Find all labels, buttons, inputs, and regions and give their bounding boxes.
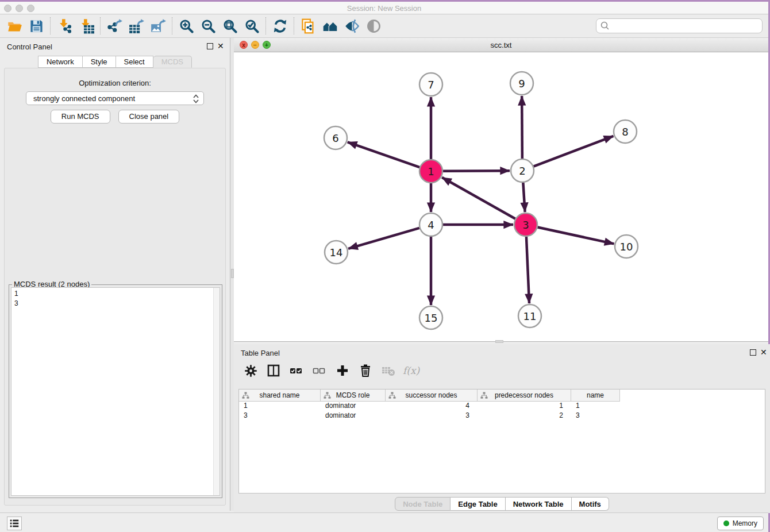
select-all-icon — [290, 364, 303, 380]
search-box[interactable] — [596, 18, 763, 33]
result-scrollbar[interactable] — [213, 288, 220, 495]
column-header-MCDS-role[interactable]: MCDS role — [321, 390, 386, 402]
table-cell[interactable]: 1 — [239, 402, 321, 411]
close-table-panel-icon[interactable]: ✕ — [760, 348, 767, 356]
delete-column-button[interactable] — [356, 362, 375, 381]
column-header-shared-name[interactable]: shared name — [239, 390, 321, 402]
table-cell[interactable]: dominator — [321, 402, 386, 411]
memory-button[interactable]: Memory — [717, 516, 764, 530]
graph-node-11[interactable]: 11 — [518, 304, 541, 327]
column-header-name[interactable]: name — [571, 390, 620, 402]
open-folder-button[interactable] — [3, 16, 25, 36]
table-cell[interactable]: 3 — [571, 411, 620, 421]
zoom-in-button[interactable] — [175, 16, 197, 36]
graph-edge-2-8[interactable] — [534, 136, 614, 167]
duplicate-network-button[interactable] — [297, 16, 319, 36]
table-settings-button[interactable] — [241, 362, 260, 381]
tab-style[interactable]: Style — [83, 56, 116, 68]
export-table-button[interactable] — [125, 16, 147, 36]
table-cell[interactable]: 1 — [571, 402, 620, 411]
table-panel-header: Table Panel ✕ — [234, 344, 770, 360]
zoom-out-button[interactable] — [197, 16, 219, 36]
add-column-button[interactable] — [333, 362, 352, 381]
graph-edge-2-3[interactable] — [523, 183, 525, 212]
svg-text:9: 9 — [518, 78, 525, 90]
node-table: shared nameMCDS rolesuccessor nodesprede… — [238, 389, 765, 494]
table-cell[interactable]: 3 — [386, 411, 478, 421]
toggle-bird-eye-button[interactable] — [363, 16, 384, 36]
delete-table-button[interactable] — [379, 362, 398, 381]
network-canvas[interactable]: 7968124314101511 — [234, 52, 768, 342]
import-table-button[interactable] — [75, 16, 97, 36]
apply-function-button[interactable]: f(x) — [402, 362, 421, 381]
graph-edge-3-11[interactable] — [526, 237, 529, 303]
save-session-button[interactable] — [25, 16, 47, 36]
open-folder-icon — [7, 18, 22, 34]
zoom-fit-button[interactable] — [219, 16, 241, 36]
network-view-window: x − + scc.txt 7968124314101511 — [234, 38, 768, 342]
tab-network-table[interactable]: Network Table — [506, 497, 572, 511]
tab-edge-table[interactable]: Edge Table — [451, 497, 505, 511]
graph-node-14[interactable]: 14 — [325, 241, 348, 264]
graph-node-4[interactable]: 4 — [419, 213, 442, 236]
table-cell[interactable]: 4 — [386, 402, 478, 411]
first-neighbors-button[interactable] — [319, 16, 341, 36]
refresh-layout-icon — [272, 18, 288, 34]
vertical-splitter[interactable] — [230, 38, 234, 511]
task-list-icon — [9, 518, 20, 529]
graph-node-10[interactable]: 10 — [615, 235, 638, 258]
deselect-all-button[interactable] — [310, 362, 329, 381]
table-row[interactable]: 3dominator323 — [239, 411, 765, 421]
show-graphics-details-button[interactable] — [341, 16, 363, 36]
toolbar-separator — [294, 17, 294, 34]
table-cell[interactable]: dominator — [321, 411, 386, 421]
svg-text:2: 2 — [519, 165, 525, 177]
run-mcds-button[interactable]: Run MCDS — [51, 110, 110, 124]
graph-node-7[interactable]: 7 — [419, 73, 442, 96]
table-cell[interactable]: 1 — [478, 402, 571, 411]
close-panel-icon[interactable]: ✕ — [217, 42, 224, 50]
table-panel-title: Table Panel — [241, 349, 280, 357]
horizontal-splitter-grip[interactable] — [495, 340, 503, 343]
table-row[interactable]: 1dominator411 — [239, 402, 765, 411]
graph-edge-3-10[interactable] — [538, 227, 614, 244]
float-table-panel-icon[interactable] — [750, 349, 756, 356]
graph-node-1[interactable]: 1 — [419, 160, 442, 183]
graph-node-6[interactable]: 6 — [324, 126, 347, 149]
optimization-criterion-select[interactable]: strongly connected component — [26, 91, 204, 105]
svg-text:8: 8 — [622, 126, 628, 138]
svg-text:3: 3 — [522, 219, 529, 231]
export-image-button[interactable] — [147, 16, 169, 36]
tab-node-table[interactable]: Node Table — [395, 497, 451, 511]
select-all-button[interactable] — [287, 362, 306, 381]
graph-edge-2-9[interactable] — [522, 96, 522, 159]
search-input[interactable] — [611, 20, 762, 32]
column-header-successor-nodes[interactable]: successor nodes — [386, 390, 478, 402]
graph-node-15[interactable]: 15 — [419, 306, 442, 329]
task-history-button[interactable] — [7, 516, 22, 530]
graph-edge-1-2[interactable] — [443, 171, 510, 171]
zoom-in-icon — [179, 18, 194, 34]
column-visibility-button[interactable] — [264, 362, 283, 381]
graph-node-9[interactable]: 9 — [510, 72, 533, 95]
export-network-button[interactable] — [103, 16, 125, 36]
float-panel-icon[interactable] — [207, 43, 213, 49]
close-panel-button[interactable]: Close panel — [118, 110, 180, 124]
graph-edge-3-1[interactable] — [442, 178, 515, 219]
graph-node-8[interactable]: 8 — [614, 120, 637, 143]
tab-network[interactable]: Network — [38, 56, 83, 68]
graph-node-2[interactable]: 2 — [511, 159, 534, 182]
graph-edge-4-14[interactable] — [348, 228, 419, 249]
table-cell[interactable]: 2 — [478, 411, 571, 421]
refresh-layout-button[interactable] — [269, 16, 291, 36]
column-header-predecessor-nodes[interactable]: predecessor nodes — [478, 390, 571, 402]
tab-mcds[interactable]: MCDS — [153, 56, 192, 68]
graph-node-3[interactable]: 3 — [514, 213, 537, 236]
tab-select[interactable]: Select — [116, 56, 153, 68]
table-cell[interactable]: 3 — [239, 411, 321, 421]
mcds-result-text[interactable]: 13 — [11, 287, 220, 496]
tab-motifs[interactable]: Motifs — [572, 497, 609, 511]
import-network-button[interactable] — [53, 16, 75, 36]
graph-edge-1-6[interactable] — [348, 142, 419, 167]
zoom-selected-button[interactable] — [241, 16, 263, 36]
